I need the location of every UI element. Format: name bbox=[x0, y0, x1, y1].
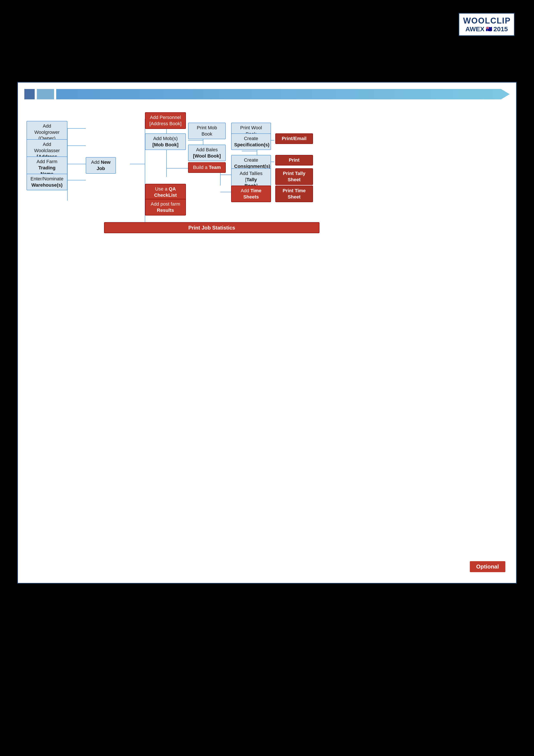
print-job-statistics-box[interactable]: Print Job Statistics bbox=[104, 222, 319, 233]
logo-year: 2015 bbox=[494, 25, 508, 33]
print-tally-sheet-box[interactable]: Print Tally Sheet bbox=[275, 168, 313, 185]
use-qa-box[interactable]: Use a QA CheckList bbox=[145, 184, 186, 201]
logo-line1: WOOLCLIP bbox=[463, 16, 510, 25]
add-new-job-box[interactable]: Add New Job bbox=[86, 157, 116, 174]
progress-arrow-header bbox=[24, 89, 510, 99]
progress-arrow bbox=[56, 89, 510, 99]
add-mobs-box[interactable]: Add Mob(s)[Mob Book] bbox=[145, 133, 186, 150]
arrow-square-light bbox=[37, 89, 54, 99]
print-mob-book-box[interactable]: Print Mob Book bbox=[188, 122, 226, 139]
main-content-box: Add Woolgrower(Owner)[Address Book] Add … bbox=[17, 82, 517, 583]
build-team-box[interactable]: Build a Team bbox=[188, 162, 226, 173]
arrow-square-dark bbox=[24, 89, 35, 99]
logo-line2: AWEX 🇦🇺 2015 bbox=[463, 25, 510, 33]
add-post-farm-box[interactable]: Add post farmResults bbox=[145, 199, 186, 216]
add-bales-box[interactable]: Add Bales[Wool Book] bbox=[188, 145, 226, 161]
add-time-sheets-box[interactable]: Add Time Sheets bbox=[231, 186, 271, 202]
print-time-sheet-box[interactable]: Print Time Sheet bbox=[275, 186, 313, 202]
logo-flag: 🇦🇺 bbox=[486, 26, 492, 32]
flow-diagram: Add Woolgrower(Owner)[Address Book] Add … bbox=[24, 108, 510, 267]
create-spec-box[interactable]: CreateSpecification(s) bbox=[231, 133, 271, 150]
print-box[interactable]: Print bbox=[275, 155, 313, 166]
print-email-box[interactable]: Print/Email bbox=[275, 133, 313, 144]
enter-warehouse-box[interactable]: Enter/NominateWarehouse(s) bbox=[27, 174, 67, 190]
optional-badge: Optional bbox=[470, 561, 505, 572]
logo-prefix: AWEX bbox=[465, 25, 484, 33]
logo: WOOLCLIP AWEX 🇦🇺 2015 bbox=[459, 13, 515, 36]
add-personnel-box[interactable]: Add Personnel[Address Book] bbox=[145, 112, 186, 129]
